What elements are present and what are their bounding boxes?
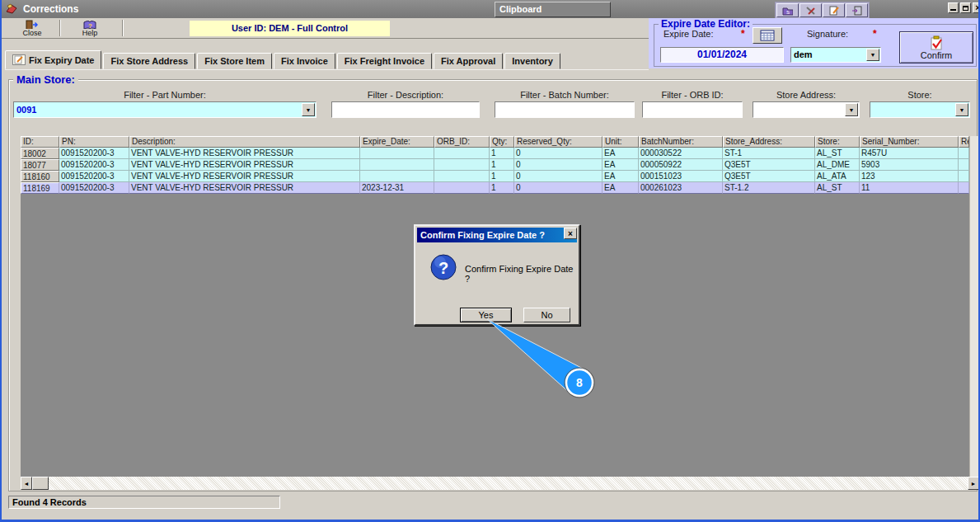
table-cell[interactable] bbox=[360, 148, 434, 159]
background-window-clipboard-titlebar[interactable]: Clipboard bbox=[495, 2, 611, 17]
table-cell[interactable]: 000151023 bbox=[639, 171, 723, 182]
help-button[interactable]: ? Help bbox=[66, 19, 114, 38]
column-header-pn-[interactable]: PN: bbox=[59, 136, 129, 148]
table-cell[interactable] bbox=[434, 159, 490, 171]
table-cell[interactable]: 18002 bbox=[21, 148, 59, 159]
table-row[interactable]: 1181690091520200-3VENT VALVE-HYD RESERVO… bbox=[21, 182, 969, 194]
table-cell[interactable] bbox=[959, 148, 969, 159]
part-number-combo-arrow[interactable]: ▼ bbox=[302, 103, 315, 116]
table-cell[interactable] bbox=[434, 182, 490, 194]
table-cell[interactable]: AL_ST bbox=[815, 182, 860, 194]
folder-s-icon-button[interactable]: S bbox=[776, 3, 799, 17]
column-header-reserved-qty-[interactable]: Reserved_Qty: bbox=[514, 136, 603, 148]
minimize-button[interactable] bbox=[948, 2, 959, 13]
table-cell[interactable] bbox=[434, 171, 490, 182]
close-window-button[interactable]: × bbox=[973, 2, 980, 13]
table-cell[interactable]: 1 bbox=[490, 182, 514, 194]
table-cell[interactable]: VENT VALVE-HYD RESERVOIR PRESSUR bbox=[129, 171, 360, 182]
tab-fix-invoice[interactable]: Fix Invoice bbox=[274, 53, 335, 69]
table-cell[interactable]: Q3E5T bbox=[723, 171, 815, 182]
table-cell[interactable]: EA bbox=[603, 159, 639, 171]
table-cell[interactable]: 1 bbox=[490, 171, 514, 182]
signature-combo[interactable]: dem ▼ bbox=[790, 47, 881, 63]
confirm-button[interactable]: Confirm bbox=[899, 31, 973, 63]
tab-fix-approval[interactable]: Fix Approval bbox=[434, 53, 503, 69]
table-cell[interactable]: R457U bbox=[860, 148, 959, 159]
table-cell[interactable]: Q3E5T bbox=[723, 159, 815, 171]
column-header-id-[interactable]: ID: bbox=[21, 136, 59, 148]
tools-icon-button[interactable] bbox=[799, 3, 822, 17]
scroll-right-button[interactable]: ► bbox=[968, 477, 979, 490]
scrollbar-thumb[interactable] bbox=[32, 477, 49, 490]
table-cell[interactable]: 000030522 bbox=[639, 148, 723, 159]
no-button[interactable]: No bbox=[523, 308, 570, 322]
table-cell[interactable]: VENT VALVE-HYD RESERVOIR PRESSUR bbox=[129, 148, 360, 159]
store-address-combo[interactable]: ▼ bbox=[753, 101, 860, 118]
store-address-combo-arrow[interactable]: ▼ bbox=[845, 103, 858, 116]
table-cell[interactable]: 000261023 bbox=[639, 182, 723, 194]
tab-fix-expiry-date[interactable]: Fix Expiry Date bbox=[5, 50, 101, 69]
table-cell[interactable]: 118169 bbox=[21, 182, 59, 194]
filter-part-number-combo[interactable]: 0091 ▼ bbox=[13, 101, 317, 118]
filter-description-input[interactable] bbox=[331, 101, 480, 118]
table-cell[interactable] bbox=[959, 171, 969, 182]
table-cell[interactable]: 0 bbox=[514, 159, 603, 171]
table-cell[interactable]: AL_ST bbox=[815, 148, 860, 159]
table-cell[interactable]: 0091520200-3 bbox=[59, 148, 129, 159]
table-row[interactable]: 180770091520200-3VENT VALVE-HYD RESERVOI… bbox=[21, 159, 969, 171]
table-cell[interactable]: EA bbox=[603, 171, 639, 182]
vertical-scrollbar[interactable] bbox=[969, 136, 979, 477]
table-cell[interactable]: 0 bbox=[514, 171, 603, 182]
scroll-left-button[interactable]: ◄ bbox=[21, 477, 32, 490]
table-cell[interactable]: AL_DME bbox=[815, 159, 860, 171]
table-cell[interactable]: 000050922 bbox=[639, 159, 723, 171]
column-header-qty-[interactable]: Qty: bbox=[490, 136, 514, 148]
table-cell[interactable] bbox=[360, 159, 434, 171]
column-header-store-[interactable]: Store: bbox=[815, 136, 860, 148]
export-icon-button[interactable] bbox=[846, 3, 868, 17]
column-header-expire-date-[interactable]: Expire_Date: bbox=[360, 136, 434, 148]
tab-fix-store-item[interactable]: Fix Store Item bbox=[197, 53, 272, 69]
dialog-close-button[interactable]: × bbox=[564, 228, 577, 239]
table-row[interactable]: 180020091520200-3VENT VALVE-HYD RESERVOI… bbox=[21, 148, 969, 159]
table-cell[interactable]: EA bbox=[603, 182, 639, 194]
table-cell[interactable]: 118160 bbox=[21, 171, 59, 182]
table-cell[interactable] bbox=[959, 159, 969, 171]
column-header-batchnumber-[interactable]: BatchNumber: bbox=[639, 136, 723, 148]
table-cell[interactable]: 0091520200-3 bbox=[59, 159, 129, 171]
table-cell[interactable] bbox=[360, 171, 434, 182]
column-header-description-[interactable]: Description: bbox=[129, 136, 360, 148]
expire-date-field[interactable]: 01/01/2024 bbox=[660, 47, 784, 63]
store-combo[interactable]: ▼ bbox=[870, 101, 970, 118]
horizontal-scrollbar[interactable]: ◄ ► bbox=[21, 477, 979, 490]
table-cell[interactable]: 11 bbox=[860, 182, 959, 194]
column-header-re[interactable]: Re bbox=[959, 136, 969, 148]
table-cell[interactable]: ST-1.2 bbox=[723, 182, 815, 194]
close-button[interactable]: Close bbox=[8, 19, 56, 38]
tab-inventory[interactable]: Inventory bbox=[504, 53, 560, 69]
table-cell[interactable]: VENT VALVE-HYD RESERVOIR PRESSUR bbox=[129, 159, 360, 171]
table-cell[interactable]: AL_ATA bbox=[815, 171, 860, 182]
table-cell[interactable]: 0091520200-3 bbox=[59, 182, 129, 194]
column-header-serial-number-[interactable]: Serial_Number: bbox=[860, 136, 959, 148]
yes-button[interactable]: Yes bbox=[460, 308, 512, 322]
table-cell[interactable]: 5903 bbox=[860, 159, 959, 171]
table-cell[interactable]: VENT VALVE-HYD RESERVOIR PRESSUR bbox=[129, 182, 360, 194]
table-cell[interactable]: 0 bbox=[514, 182, 603, 194]
table-cell[interactable]: ST-1 bbox=[723, 148, 815, 159]
table-cell[interactable]: 1 bbox=[490, 159, 514, 171]
table-cell[interactable]: 2023-12-31 bbox=[360, 182, 434, 194]
signature-combo-arrow[interactable]: ▼ bbox=[866, 49, 879, 61]
column-header-unit-[interactable]: Unit: bbox=[603, 136, 639, 148]
table-cell[interactable]: 1 bbox=[490, 148, 514, 159]
tab-fix-freight-invoice[interactable]: Fix Freight Invoice bbox=[337, 53, 432, 69]
filter-batch-number-input[interactable] bbox=[495, 101, 635, 118]
table-cell[interactable]: 18077 bbox=[21, 159, 59, 171]
table-cell[interactable]: EA bbox=[603, 148, 639, 159]
restore-button[interactable] bbox=[960, 2, 971, 13]
table-cell[interactable]: 0091520200-3 bbox=[59, 171, 129, 182]
dialog-title-bar[interactable]: Confirm Fixing Expire Date ? bbox=[417, 228, 577, 242]
table-cell[interactable]: 123 bbox=[860, 171, 959, 182]
store-combo-arrow[interactable]: ▼ bbox=[955, 103, 968, 116]
column-header-store-address-[interactable]: Store_Address: bbox=[723, 136, 815, 148]
